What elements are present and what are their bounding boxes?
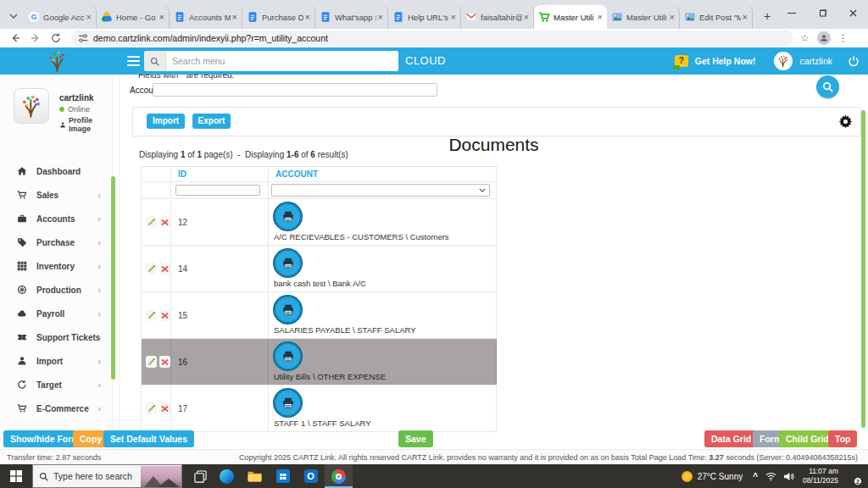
sidebar-item[interactable]: Target › [0, 373, 112, 396]
taskbar-app-chrome[interactable] [325, 464, 353, 488]
browser-tab[interactable]: Master Utili × [607, 5, 680, 29]
delete-icon[interactable] [159, 216, 170, 228]
gear-icon[interactable] [838, 114, 853, 129]
sidebar-item[interactable]: Payroll › [0, 302, 112, 325]
get-help-link[interactable]: Get Help Now! [695, 56, 756, 66]
delete-icon[interactable] [159, 402, 170, 414]
search-submit-button[interactable] [816, 75, 839, 98]
print-icon[interactable] [275, 391, 300, 415]
sidebar-item[interactable]: Purchase › [0, 230, 112, 254]
table-row[interactable]: 14 bank cash test \ Bank A/C [142, 246, 497, 292]
profile-image-link[interactable]: Profile Image [59, 116, 112, 133]
tab-close-icon[interactable]: × [524, 13, 529, 21]
taskbar-search-input[interactable] [53, 471, 147, 481]
wifi-icon[interactable] [765, 472, 776, 481]
child-grid-button[interactable]: Child Grid [779, 430, 836, 447]
account-filter-select[interactable] [271, 184, 490, 197]
clock[interactable]: 11:07 am 08/11/2025 [803, 467, 838, 485]
sidebar-item[interactable]: Import › [0, 349, 112, 373]
start-button[interactable] [0, 464, 32, 488]
browser-tab[interactable]: Help URL's × [388, 5, 461, 29]
notification-center-icon[interactable]: 2 [845, 470, 860, 483]
browser-tab[interactable]: G Google Acc × [24, 5, 97, 29]
browser-tab[interactable]: Accounts M × [170, 5, 242, 29]
tab-close-icon[interactable]: × [378, 13, 383, 21]
print-icon[interactable] [275, 204, 300, 229]
column-header-id[interactable]: ID [171, 167, 269, 181]
tab-close-icon[interactable]: × [743, 13, 748, 21]
hamburger-icon[interactable] [127, 56, 140, 69]
data-grid-button[interactable]: Data Grid [704, 430, 758, 447]
window-maximize-button[interactable] [807, 0, 837, 25]
delete-icon[interactable] [159, 309, 170, 321]
new-tab-button[interactable]: + [758, 7, 776, 25]
main-scrollbar[interactable] [861, 110, 865, 428]
volume-icon[interactable] [783, 472, 794, 481]
menu-search-input[interactable] [166, 51, 398, 71]
top-button[interactable]: Top [828, 430, 857, 447]
edit-icon[interactable] [146, 402, 157, 414]
taskbar-app-store[interactable] [269, 464, 297, 488]
browser-tab[interactable]: Home - Go × [97, 5, 170, 29]
table-row[interactable]: 17 STAFF 1 \ STAFF SALARY [142, 385, 497, 432]
table-row[interactable]: 15 SALARIES PAYABLE \ STAFF SALARY [142, 292, 497, 339]
forward-icon[interactable] [25, 30, 46, 47]
cartzlink-logo[interactable] [42, 49, 73, 73]
sidebar-item[interactable]: Dashboard [0, 159, 112, 183]
browser-tab[interactable]: Edit Post "M × [680, 5, 753, 29]
weather-text[interactable]: 27°C Sunny [698, 472, 743, 481]
browser-tab[interactable]: faisaltahir@ × [461, 5, 534, 29]
table-row[interactable]: 16 Utility Bills \ OTHER EXPENSE [142, 339, 497, 385]
export-button[interactable]: Export [192, 114, 231, 129]
tab-close-icon[interactable]: × [305, 13, 310, 21]
delete-icon[interactable] [159, 263, 170, 274]
browser-tab[interactable]: What'sapp S × [315, 5, 388, 29]
tab-close-icon[interactable]: × [598, 13, 603, 21]
print-icon[interactable] [275, 251, 300, 275]
help-icon[interactable]: ? [675, 55, 688, 67]
power-icon[interactable] [848, 55, 860, 67]
browser-profile-avatar[interactable] [817, 31, 831, 45]
browser-menu-icon[interactable]: ⋮ [838, 32, 849, 44]
reload-icon[interactable] [46, 30, 66, 47]
taskbar-app-edge[interactable] [213, 464, 241, 488]
site-info-icon[interactable] [78, 33, 88, 43]
tab-close-icon[interactable]: × [159, 13, 164, 21]
window-close-button[interactable] [837, 0, 868, 25]
print-icon[interactable] [275, 297, 300, 322]
edit-icon[interactable] [146, 263, 157, 274]
tab-search-icon[interactable] [3, 5, 24, 27]
tab-close-icon[interactable]: × [670, 13, 675, 21]
set-default-values-button[interactable]: Set Default Values [103, 430, 194, 447]
tab-close-icon[interactable]: × [451, 13, 456, 21]
edit-icon[interactable] [146, 309, 157, 321]
back-icon[interactable] [5, 30, 25, 47]
edit-icon[interactable] [146, 216, 157, 228]
sidebar-item[interactable]: Support Tickets [0, 325, 112, 349]
edit-icon[interactable] [146, 356, 157, 368]
sidebar-item[interactable]: Inventory › [0, 254, 112, 278]
sidebar-item[interactable]: E-Commerce › [0, 396, 112, 420]
tab-close-icon[interactable]: × [232, 13, 237, 21]
column-header-account[interactable]: ACCOUNT [269, 167, 497, 181]
delete-icon[interactable] [159, 356, 170, 368]
search-highlight-image[interactable] [141, 466, 181, 487]
sidebar-item[interactable]: Sales › [0, 183, 112, 207]
bookmark-star-icon[interactable]: ☆ [800, 32, 810, 44]
print-icon[interactable] [275, 344, 300, 369]
id-filter-input[interactable] [175, 185, 260, 196]
weather-sun-icon[interactable] [682, 471, 693, 482]
tray-expand-icon[interactable]: ^ [753, 472, 758, 481]
user-avatar[interactable] [774, 52, 793, 70]
sidebar-scrollbar[interactable] [111, 176, 115, 380]
window-minimize-button[interactable] [776, 0, 807, 25]
account-input[interactable] [153, 83, 437, 97]
sidebar-item[interactable]: Production › [0, 278, 112, 302]
search-icon[interactable] [144, 51, 166, 71]
url-bar[interactable]: demo.cartzlink.com/admin/indexyii.php?r=… [71, 30, 793, 46]
sidebar-item[interactable]: Accounts › [0, 207, 112, 230]
import-button[interactable]: Import [147, 114, 185, 129]
browser-tab[interactable]: Purchase D × [242, 5, 315, 29]
task-view-button[interactable] [187, 464, 213, 488]
save-button[interactable]: Save [398, 430, 433, 447]
